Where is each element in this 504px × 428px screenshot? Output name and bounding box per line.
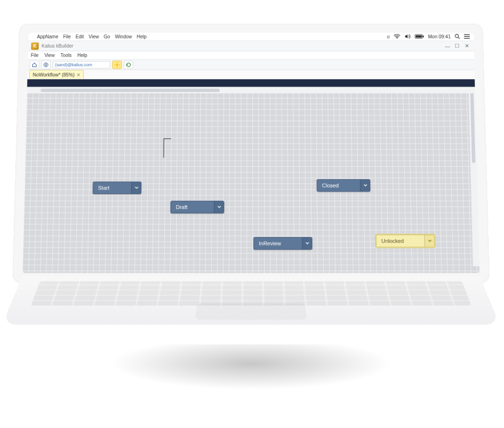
mac-menu-edit[interactable]: Edit	[76, 34, 84, 39]
app-menubar: File View Tools Help	[28, 51, 474, 60]
document-tab-label: NoWorkflow* (85%)	[32, 72, 74, 77]
canvas-vscrollbar[interactable]	[468, 87, 479, 266]
app-toolbar: (sand)@kalius.com	[28, 60, 474, 70]
toolbar-sun-button[interactable]	[112, 61, 122, 69]
svg-point-4	[455, 34, 459, 37]
app-menu-help[interactable]: Help	[77, 53, 87, 58]
airplay-icon[interactable]: ⎚	[387, 34, 390, 39]
node-expander-icon[interactable]	[214, 201, 224, 213]
app-menu-file[interactable]: File	[31, 53, 38, 58]
mac-menu-file[interactable]: File	[63, 34, 71, 39]
svg-rect-2	[415, 35, 422, 37]
toolbar-address[interactable]: (sand)@kalius.com	[53, 61, 110, 68]
workflow-node-closed[interactable]: Closed	[316, 179, 370, 191]
laptop-keyboard	[31, 281, 472, 306]
node-label: Closed	[317, 183, 360, 188]
app-menu-view[interactable]: View	[44, 53, 55, 58]
svg-rect-3	[423, 35, 424, 37]
mac-menu-help[interactable]: Help	[137, 34, 147, 39]
app-title: Kalius kBuilder	[41, 43, 73, 48]
svg-point-0	[396, 37, 397, 38]
laptop-lid: AppName File Edit View Go Window Help ⎚	[12, 24, 490, 283]
wifi-icon[interactable]	[393, 34, 400, 39]
mac-menubar: AppName File Edit View Go Window Help ⎚	[28, 33, 473, 41]
spotlight-icon[interactable]	[454, 33, 460, 40]
window-close-button[interactable]: ✕	[462, 43, 471, 49]
mac-menu-go[interactable]: Go	[104, 34, 110, 39]
workflow-node-unlocked[interactable]: Unlocked	[376, 235, 435, 247]
mac-menu-window[interactable]: Window	[115, 34, 132, 39]
tab-close-icon[interactable]: ✕	[76, 72, 80, 77]
app-logo-icon: K	[31, 42, 39, 50]
node-label: Unlocked	[377, 238, 425, 244]
window-minimize-button[interactable]: —	[443, 43, 452, 49]
battery-icon[interactable]	[414, 34, 424, 39]
node-expander-icon[interactable]	[424, 235, 434, 247]
node-expander-icon[interactable]	[360, 180, 370, 191]
svg-point-7	[116, 63, 118, 66]
node-label: InReview	[254, 241, 302, 246]
workflow-node-draft[interactable]: Draft	[170, 201, 224, 213]
node-label: Start	[93, 185, 131, 191]
node-expander-icon[interactable]	[131, 182, 141, 193]
toolbar-refresh-button[interactable]	[124, 61, 133, 69]
mac-menu-view[interactable]: View	[89, 34, 99, 39]
canvas-header	[27, 79, 475, 87]
hamburger-icon[interactable]	[464, 34, 470, 39]
app-menu-tools[interactable]: Tools	[61, 53, 72, 58]
laptop-shadow	[34, 344, 468, 408]
canvas-hscrollbar[interactable]	[27, 87, 475, 93]
app-titlebar: K Kalius kBuilder — ☐ ✕	[28, 41, 474, 52]
toolbar-home-button[interactable]	[30, 61, 39, 69]
toolbar-globe-button[interactable]	[41, 61, 51, 69]
laptop-trackpad	[195, 303, 307, 320]
mac-app-name[interactable]: AppName	[37, 34, 58, 39]
window-maximize-button[interactable]: ☐	[453, 43, 462, 49]
app-window: K Kalius kBuilder — ☐ ✕ File View Tools …	[23, 41, 480, 274]
document-tab[interactable]: NoWorkflow* (85%) ✕	[29, 70, 84, 79]
document-tabstrip: NoWorkflow* (85%) ✕	[28, 70, 475, 79]
node-expander-icon[interactable]	[302, 238, 312, 249]
volume-icon[interactable]	[404, 34, 411, 39]
workflow-node-start[interactable]: Start	[93, 182, 141, 194]
svg-line-5	[458, 37, 460, 38]
flow-edges	[25, 87, 171, 157]
node-label: Draft	[171, 204, 214, 210]
workflow-canvas[interactable]: Start Draft InReview Closed	[23, 87, 480, 273]
laptop-screen: AppName File Edit View Go Window Help ⎚	[23, 33, 480, 274]
laptop-base	[2, 276, 500, 325]
workflow-node-inreview[interactable]: InReview	[253, 237, 313, 250]
mac-clock: Mon 09:41	[428, 34, 451, 39]
